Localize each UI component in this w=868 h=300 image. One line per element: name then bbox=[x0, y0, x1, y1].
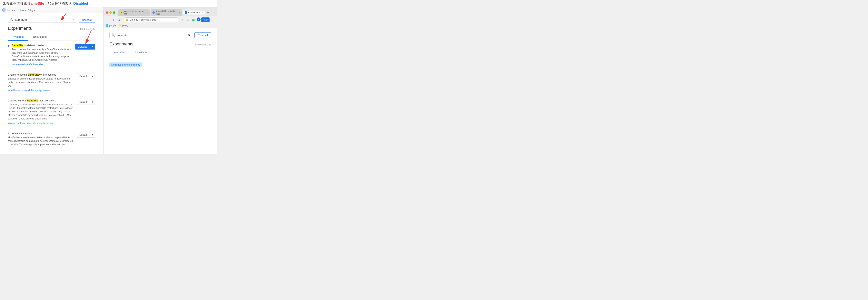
reset-all-button[interactable]: Reset all bbox=[79, 17, 95, 23]
js-favicon: JS bbox=[120, 11, 122, 14]
right-search-container: 🔍 samesite × Reset all bbox=[110, 32, 211, 38]
search-input[interactable]: SameSite bbox=[15, 18, 71, 21]
right-tab-unavailable[interactable]: Unavailable bbox=[129, 49, 152, 56]
update-button[interactable]: 更新 bbox=[201, 18, 210, 22]
instruction-bar: 2.搜索框内搜索 SameSite，然后把状态改为 Disabled bbox=[0, 0, 217, 7]
back-button[interactable]: ‹ bbox=[105, 18, 110, 22]
clear-search-icon[interactable]: × bbox=[72, 18, 74, 21]
experiment-link-1[interactable]: #same-site-by-default-cookies bbox=[12, 63, 43, 66]
browser-tab-experiments[interactable]: ▲ Experiments × bbox=[183, 10, 205, 14]
search-container: 🔍 SameSite × Reset all bbox=[8, 17, 95, 23]
experiment-control-4: Default ▼ bbox=[77, 132, 95, 138]
browser-tab-js[interactable]: JS javascript - Maximum call × bbox=[118, 9, 150, 16]
tab-close-experiments[interactable]: × bbox=[202, 11, 203, 14]
default-dropdown-3[interactable]: Default ▼ bbox=[77, 99, 95, 105]
title-highlight: SameSite bbox=[12, 44, 23, 47]
url-text: chrome://flags bbox=[141, 19, 156, 21]
right-search-box[interactable]: 🔍 samesite × bbox=[110, 32, 192, 38]
tab-unavailable[interactable]: Unavailable bbox=[28, 33, 52, 41]
title-prefix-3: Cookies without bbox=[8, 99, 27, 102]
exp-favicon: ▲ bbox=[185, 11, 187, 14]
profile-avatar[interactable]: V bbox=[196, 18, 200, 21]
traffic-lights bbox=[106, 11, 115, 14]
experiment-dot bbox=[8, 45, 9, 46]
search-icon: 🔍 bbox=[10, 18, 13, 21]
instruction-text: 2.搜索框内搜索 bbox=[3, 2, 28, 5]
browser-tabs-bar: JS javascript - Maximum call × G firefox… bbox=[118, 9, 215, 16]
url-bar[interactable]: 🔒 Chrome | chrome://flags bbox=[123, 18, 179, 22]
bookmark-google[interactable]: 🌐 google bbox=[105, 24, 116, 27]
tab-label-experiments: Experiments bbox=[188, 11, 200, 14]
experiment-desc-1: Treat cookies that don't specify a SameS… bbox=[12, 47, 73, 62]
refresh-button[interactable]: ↻ bbox=[117, 18, 122, 22]
browser-tab-google[interactable]: G firefox降级 - Google 搜索 × bbox=[151, 9, 182, 16]
experiments-tabs: Available Unavailable bbox=[8, 33, 95, 41]
default-dropdown-4[interactable]: Default ▼ bbox=[77, 132, 95, 138]
tab-close-js[interactable]: × bbox=[147, 11, 148, 14]
google-favicon: G bbox=[153, 11, 155, 14]
dropdown-label: Disabled bbox=[75, 44, 90, 49]
experiment-content-2: Enable removing SameSite=None cookies En… bbox=[8, 73, 74, 92]
dropdown-label-2: Default bbox=[77, 73, 90, 79]
nav-actions: ☆ ⊡ 🧩 V 更新 ⋮ bbox=[180, 18, 215, 22]
right-search-input[interactable]: samesite bbox=[117, 34, 187, 37]
menu-button[interactable]: ⋮ bbox=[210, 18, 215, 22]
left-address-bar: C Chrome | chrome://flags bbox=[0, 7, 103, 13]
experiment-item-schemeful: Schemeful Same-Site Modify the same-site… bbox=[8, 132, 95, 151]
instruction-middle: ，然后把状态改为 bbox=[44, 2, 72, 5]
title-suffix-1: by default cookies bbox=[23, 44, 44, 47]
experiment-desc-3: If enabled, cookies without SameSite res… bbox=[8, 103, 74, 121]
title-suffix-2: =None cookies bbox=[39, 73, 56, 76]
search-box[interactable]: 🔍 SameSite × bbox=[8, 17, 76, 23]
experiment-desc-4: Modify the same-site computation such th… bbox=[8, 136, 74, 146]
tab-close-google[interactable]: × bbox=[179, 11, 180, 14]
right-version-text: 105.0.5195.125 bbox=[195, 43, 211, 46]
default-dropdown-2[interactable]: Default ▼ bbox=[77, 73, 95, 79]
title-highlight-3: SameSite bbox=[27, 99, 38, 102]
dropdown-arrow-icon-3: ▼ bbox=[90, 100, 95, 104]
window-chrome: JS javascript - Maximum call × G firefox… bbox=[103, 7, 217, 28]
tab-label-google: firefox降级 - Google 搜索 bbox=[156, 9, 177, 15]
extensions-button[interactable]: 🧩 bbox=[191, 18, 196, 22]
tab-available[interactable]: Available bbox=[8, 33, 28, 41]
no-matching-label: No matching experiments bbox=[110, 63, 142, 67]
experiment-title-4: Schemeful Same-Site bbox=[8, 132, 74, 135]
bookmark-proxy[interactable]: 📁 proxy bbox=[119, 24, 128, 27]
experiment-link-2[interactable]: #enable-removing-all-third-party-cookies bbox=[8, 89, 50, 92]
instruction-highlight1: SameSite bbox=[28, 2, 44, 5]
lock-icon: 🔒 bbox=[126, 19, 129, 21]
tab-search-button[interactable]: ⊡ bbox=[186, 18, 190, 22]
right-search-icon: 🔍 bbox=[112, 33, 116, 37]
close-button[interactable] bbox=[106, 11, 108, 14]
experiment-link-3[interactable]: #cookies-without-same-site-must-be-secur… bbox=[8, 122, 54, 125]
minimize-button[interactable] bbox=[110, 11, 112, 14]
experiment-control-2: Default ▼ bbox=[77, 73, 95, 79]
bookmark-label-google: google bbox=[109, 24, 116, 27]
right-reset-button[interactable]: Reset all bbox=[194, 32, 211, 38]
dropdown-arrow-icon-4: ▼ bbox=[90, 133, 95, 137]
right-tab-available[interactable]: Available bbox=[110, 49, 129, 56]
bookmark-button[interactable]: ☆ bbox=[180, 18, 185, 22]
search-section: 🔍 SameSite × Reset all bbox=[8, 17, 95, 23]
left-panel: C Chrome | chrome://flags 🔍 SameSite × R… bbox=[0, 7, 103, 154]
right-content: 🔍 samesite × Reset all Experiments 105.0… bbox=[103, 28, 217, 154]
maximize-button[interactable] bbox=[113, 11, 115, 14]
left-content-area: 🔍 SameSite × Reset all bbox=[0, 13, 103, 154]
dropdown-arrow-icon-2: ▼ bbox=[90, 74, 95, 78]
new-tab-button[interactable]: + bbox=[206, 11, 210, 14]
experiment-content-3: Cookies without SameSite must be secure … bbox=[8, 99, 74, 125]
main-layout: C Chrome | chrome://flags 🔍 SameSite × R… bbox=[0, 7, 217, 154]
browser-nav: ‹ › ↻ 🔒 Chrome | chrome://flags ☆ ⊡ 🧩 V … bbox=[103, 16, 217, 23]
title-prefix-2: Enable removing bbox=[8, 73, 28, 76]
right-clear-icon[interactable]: × bbox=[188, 33, 190, 37]
globe-icon: 🌐 bbox=[105, 24, 108, 27]
right-experiments-tabs: Available Unavailable bbox=[110, 49, 211, 56]
forward-button[interactable]: › bbox=[111, 18, 116, 22]
browser-label: Chrome bbox=[7, 9, 16, 11]
left-url: chrome://flags bbox=[19, 9, 35, 11]
disabled-dropdown[interactable]: Disabled ▼ bbox=[75, 44, 95, 49]
experiment-desc-2: Enables UI on chrome://settings/siteData… bbox=[8, 77, 74, 88]
folder-icon: 📁 bbox=[119, 24, 122, 27]
experiment-control-1: Disabled ▼ bbox=[75, 44, 95, 49]
url-separator: | bbox=[140, 19, 140, 21]
